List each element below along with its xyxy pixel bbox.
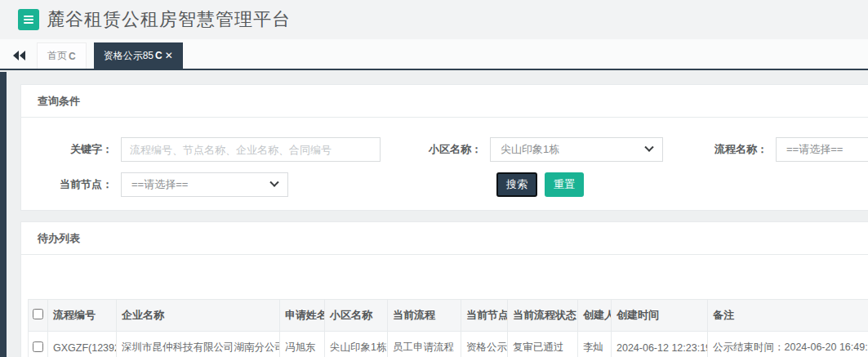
process-name-select[interactable]: ==请选择== <box>776 137 868 162</box>
search-button[interactable]: 搜索 <box>496 172 537 197</box>
todo-panel: 待办列表 流程编号 企业名称 申请姓名 <box>20 221 868 357</box>
chevron-down-icon <box>644 143 653 152</box>
cell-community: 尖山印象1栋 <box>325 332 388 357</box>
tab-qualification-label: 资格公示85 <box>104 49 154 63</box>
cell-remark: 公示结束时间：2024-06-20 16:49:39 <box>708 332 868 357</box>
col-company: 企业名称 <box>117 300 280 332</box>
cell-process-no: GXGZF(12392) <box>48 332 117 357</box>
process-name-label: 流程名称： <box>663 142 776 157</box>
col-applicant: 申请姓名 <box>280 300 325 332</box>
select-all-checkbox[interactable] <box>33 309 43 319</box>
double-chevron-left-icon[interactable] <box>8 42 29 69</box>
keyword-label: 关键字： <box>21 142 121 157</box>
refresh-icon[interactable]: C <box>69 51 76 62</box>
query-panel-title: 查询条件 <box>21 85 868 118</box>
close-icon[interactable]: ✕ <box>165 50 173 61</box>
process-name-select-value: ==请选择== <box>786 142 843 157</box>
col-process-no: 流程编号 <box>48 300 117 332</box>
todo-table: 流程编号 企业名称 申请姓名 小区名称 当前流程 当前节点 当前流程状态 创建人… <box>28 299 868 357</box>
col-process-status: 当前流程状态 <box>508 300 578 332</box>
collapsed-sidebar[interactable] <box>0 72 7 357</box>
current-node-select-value: ==请选择== <box>131 177 188 192</box>
row-checkbox[interactable] <box>33 341 43 352</box>
col-community: 小区名称 <box>325 300 388 332</box>
chevron-down-icon <box>269 178 278 187</box>
tab-qualification-publicity[interactable]: 资格公示85 C ✕ <box>94 42 183 69</box>
col-creator: 创建人 <box>578 300 612 332</box>
community-label: 小区名称： <box>381 142 490 157</box>
cell-create-time: 2024-06-12 12:23:19 <box>612 332 708 357</box>
cell-current-node: 资格公示 <box>461 332 508 357</box>
current-node-label: 当前节点： <box>21 177 121 192</box>
page-title: 麓谷租赁公租房智慧管理平台 <box>47 7 291 32</box>
table-header-row: 流程编号 企业名称 申请姓名 小区名称 当前流程 当前节点 当前流程状态 创建人… <box>29 300 868 332</box>
col-remark: 备注 <box>708 300 868 332</box>
app-header: 麓谷租赁公租房智慧管理平台 <box>0 0 868 39</box>
cell-applicant: 冯旭东 <box>280 332 325 357</box>
tab-home-label: 首页 <box>47 49 67 63</box>
content-area: 查询条件 关键字： 小区名称： 尖山印象1栋 流程名称： ==请选择== <box>0 72 868 357</box>
cell-current-process: 员工申请流程 <box>388 332 461 357</box>
hamburger-menu-icon[interactable] <box>18 9 39 30</box>
table-row[interactable]: GXGZF(12392) 深圳市昆仲科技有限公司湖南分公司 冯旭东 尖山印象1栋… <box>29 332 868 357</box>
todo-panel-title: 待办列表 <box>21 222 868 255</box>
tab-bar: 首页 C 资格公示85 C ✕ <box>0 39 868 70</box>
cell-creator: 李灿 <box>578 332 612 357</box>
keyword-input[interactable] <box>121 137 381 162</box>
cell-process-status: 复审已通过 <box>508 332 578 357</box>
community-select[interactable]: 尖山印象1栋 <box>490 137 663 162</box>
query-panel: 查询条件 关键字： 小区名称： 尖山印象1栋 流程名称： ==请选择== <box>20 84 868 211</box>
col-create-time: 创建时间 <box>612 300 708 332</box>
col-current-process: 当前流程 <box>388 300 461 332</box>
tab-home[interactable]: 首页 C <box>37 42 87 69</box>
reset-button[interactable]: 重置 <box>545 172 584 197</box>
current-node-select[interactable]: ==请选择== <box>121 172 288 197</box>
col-current-node: 当前节点 <box>461 300 508 332</box>
cell-company: 深圳市昆仲科技有限公司湖南分公司 <box>117 332 280 357</box>
refresh-icon[interactable]: C <box>155 50 162 61</box>
community-select-value: 尖山印象1栋 <box>501 142 559 157</box>
